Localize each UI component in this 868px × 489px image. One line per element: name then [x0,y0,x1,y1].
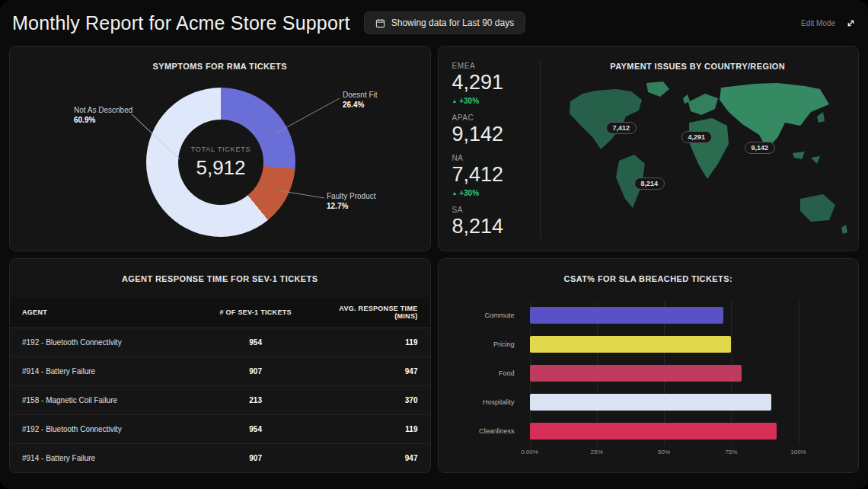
island-new-zealand [841,225,847,234]
region-value: 4,291 [452,72,535,94]
bar-hospitality[interactable] [530,394,772,411]
bar-category-label: Pricing [439,330,522,359]
bar-category-label: Food [439,359,522,388]
map-value-badge-sa[interactable]: 8,214 [634,177,665,190]
expand-icon[interactable] [846,18,856,28]
value-cell: 119 [312,415,429,444]
map-value-badge-apac[interactable]: 9,142 [745,142,776,154]
continent-asia [720,83,829,149]
value-cell: 119 [312,328,429,357]
value-cell: 954 [199,415,312,444]
value-cell: 954 [199,328,312,357]
islands-indonesia [811,156,820,164]
donut-center: TOTAL TICKETS 5,912 [178,120,263,205]
value-cell: 947 [312,357,429,386]
panel-title: CSAT% FOR SLA BREACHED TICKETS: [439,274,859,283]
bar-category-label: Cleanliness [439,417,522,446]
donut-center-label: TOTAL TICKETS [191,145,251,153]
region-delta: ▲ +30% [452,189,535,197]
donut-label-faulty-product: Faulty Product 12.7% [327,192,375,210]
region-label: SA [452,206,535,214]
table-row: #158 - Magnetic Coil Failure213370 [10,386,430,415]
panel-symptoms-rma: SYMPTOMS FOR RMA TICKETS TOTAL TICKETS 5… [9,46,431,251]
panel-title: PAYMENT ISSUES BY COUNTRY/REGION [545,62,851,71]
bar-plot-area [530,301,799,446]
value-cell: 907 [199,444,312,473]
region-stat: APAC 9,142 [452,113,535,146]
bar-pricing[interactable] [530,336,732,353]
date-range-filter-button[interactable]: Showing data for Last 90 days [364,11,525,34]
panel-grid: SYMPTOMS FOR RMA TICKETS TOTAL TICKETS 5… [0,46,868,473]
island-japan [817,112,825,123]
header-actions: Edit Mode [801,18,856,28]
continent-australia [800,194,835,222]
panel-csat-bars: CSAT% FOR SLA BREACHED TICKETS: CommuteP… [438,258,860,473]
agent-cell: #914 - Battery Failure [10,357,199,386]
value-cell: 907 [199,357,312,386]
panel-title: SYMPTOMS FOR RMA TICKETS [10,62,430,71]
table-header: AGENT# OF SEV-1 TICKETSAVG. RESPONSE TIM… [10,297,430,328]
bar-cleanliness[interactable] [530,423,777,439]
continent-africa [689,118,729,179]
bar-category-labels: CommutePricingFoodHospitalityCleanliness [439,301,522,446]
table-row: #192 - Bluetooth Connectivity954119 [10,415,430,444]
bar-category-label: Hospitality [439,388,522,417]
agent-cell: #158 - Magnetic Coil Failure [10,386,199,415]
value-cell: 213 [199,386,312,415]
value-cell: 947 [312,444,429,473]
bar-commute[interactable] [530,307,723,324]
table-row: #914 - Battery Failure907947 [10,444,430,473]
date-range-label: Showing data for Last 90 days [391,18,514,28]
value-cell: 370 [312,386,429,415]
region-stat: EMEA 4,291▲ +30% [452,62,535,105]
panel-title: AGENT RESPONSE TIME FOR SEV-1 TICKETS [10,274,430,283]
continent-north-america [570,89,642,149]
donut-center-value: 5,912 [196,156,245,180]
up-triangle-icon: ▲ [452,98,458,104]
panel-payment-issues: PAYMENT ISSUES BY COUNTRY/REGION EMEA 4,… [438,46,860,251]
page-title: Monthly Report for Acme Store Support [12,12,350,34]
map-value-badge-emea[interactable]: 4,291 [681,131,713,143]
world-map [549,78,854,244]
bar-row [530,301,799,330]
donut-label-doesnt-fit: Doesnt Fit 26.4% [343,91,378,109]
bar-row [530,359,799,388]
x-tick-label: 75% [725,449,737,455]
bar-food[interactable] [530,365,742,382]
divider [540,59,541,238]
region-stats: EMEA 4,291▲ +30%APAC 9,142NA 7,412▲ +30%… [452,62,535,247]
sev1-table: AGENT# OF SEV-1 TICKETSAVG. RESPONSE TIM… [10,297,430,473]
x-axis: 0.00%25%50%75%100% [530,449,799,459]
table-body: #192 - Bluetooth Connectivity954119#914 … [10,328,430,473]
gridline [799,301,799,446]
region-delta: ▲ +30% [452,97,535,105]
calendar-icon [375,18,385,28]
table-row: #914 - Battery Failure907947 [10,357,430,386]
continent-europe [688,94,718,115]
bar-row [530,330,799,359]
header: Monthly Report for Acme Store Support Sh… [0,0,868,46]
donut-label-not-as-described: Not As Described 60.9% [74,106,132,124]
agent-cell: #192 - Bluetooth Connectivity [10,415,199,444]
region-label: APAC [452,113,535,122]
column-header: AVG. RESPONSE TIME (MINS) [312,297,429,328]
islands-se-asia [793,152,805,159]
island-greenland [646,82,669,97]
bar-row [530,388,799,417]
edit-mode-button[interactable]: Edit Mode [801,19,835,27]
x-tick-label: 50% [658,449,670,455]
bar-row [530,417,799,446]
region-value: 7,412 [452,164,535,187]
region-label: NA [452,154,535,162]
region-stat: NA 7,412▲ +30% [452,154,535,197]
region-value: 9,142 [452,123,535,146]
x-tick-label: 100% [790,449,806,455]
dashboard: Monthly Report for Acme Store Support Sh… [0,0,868,489]
map-value-badge-na[interactable]: 7,412 [606,122,637,134]
column-header: # OF SEV-1 TICKETS [199,297,312,328]
up-triangle-icon: ▲ [452,190,458,196]
region-label: EMEA [452,62,535,70]
region-value: 8,214 [452,216,535,238]
agent-cell: #192 - Bluetooth Connectivity [10,328,199,357]
panel-agent-response: AGENT RESPONSE TIME FOR SEV-1 TICKETS AG… [9,258,431,473]
